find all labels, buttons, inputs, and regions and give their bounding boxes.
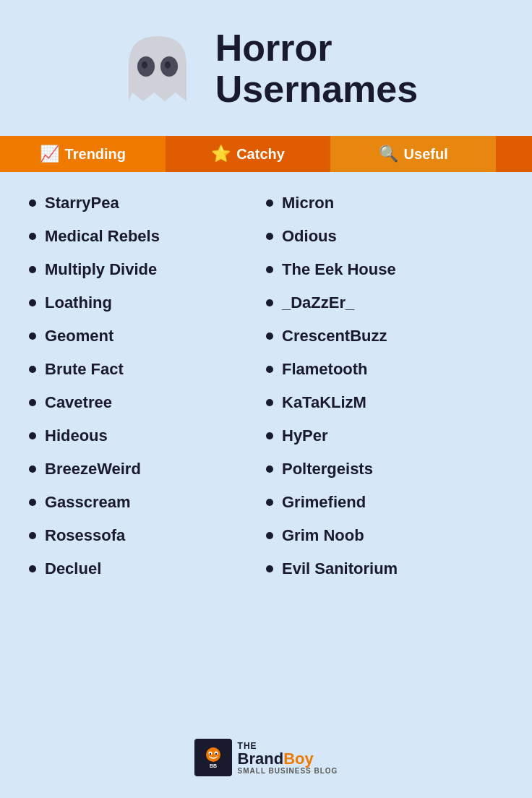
username-left-7: Hideous <box>45 426 108 445</box>
tabs-bar: 📈 Trending ⭐ Catchy 🔍 Useful <box>0 136 532 172</box>
bullet <box>266 432 273 439</box>
username-left-5: Brute Fact <box>45 360 124 379</box>
bullet <box>29 466 36 473</box>
bullet <box>29 565 36 572</box>
username-left-3: Loathing <box>45 293 112 312</box>
catchy-icon: ⭐ <box>211 145 231 163</box>
svg-point-7 <box>209 753 210 755</box>
bullet <box>266 266 273 273</box>
tab-useful[interactable]: 🔍 Useful <box>330 136 496 172</box>
bullet <box>266 499 273 506</box>
username-right-3: _DaZzEr_ <box>282 293 354 312</box>
content-area: StarryPeaMedical RebelsMultiply DivideLo… <box>0 172 532 600</box>
list-item: Rosessofa <box>29 519 266 552</box>
username-left-6: Cavetree <box>45 393 112 412</box>
bullet <box>29 499 36 506</box>
list-item: BreezeWeird <box>29 452 266 486</box>
username-right-4: CrescentBuzz <box>282 327 387 346</box>
brandboy-logo: BB the BrandBoy Small Business Blog <box>194 739 338 776</box>
list-item: Odious <box>266 220 503 253</box>
username-right-2: The Eek House <box>282 260 396 279</box>
username-right-9: Grimefiend <box>282 493 366 512</box>
bullet <box>29 432 36 439</box>
header: Horror Usernames <box>0 0 532 123</box>
title-line2: Usernames <box>215 69 418 110</box>
username-right-5: Flametooth <box>282 360 368 379</box>
tab-catchy[interactable]: ⭐ Catchy <box>166 136 331 172</box>
username-left-1: Medical Rebels <box>45 227 160 246</box>
bullet <box>29 233 36 240</box>
bullet <box>266 532 273 539</box>
footer: BB the BrandBoy Small Business Blog <box>194 724 338 798</box>
username-left-11: Decluel <box>45 559 101 578</box>
tab-catchy-label: Catchy <box>236 146 285 163</box>
list-item: Medical Rebels <box>29 220 266 253</box>
list-item: _DaZzEr_ <box>266 286 503 319</box>
ghost-icon <box>114 22 201 116</box>
list-item: StarryPea <box>29 186 266 220</box>
list-item: Micron <box>266 186 503 220</box>
bullet <box>266 200 273 207</box>
tab-trending-label: Trending <box>65 146 126 163</box>
username-right-10: Grim Noob <box>282 526 364 545</box>
logo-text: the BrandBoy Small Business Blog <box>238 741 338 775</box>
list-item: Flametooth <box>266 353 503 386</box>
list-item: Brute Fact <box>29 353 266 386</box>
username-right-7: HyPer <box>282 426 328 445</box>
useful-icon: 🔍 <box>379 145 398 163</box>
username-left-4: Geoment <box>45 327 113 346</box>
trending-icon: 📈 <box>40 145 59 163</box>
bullet <box>29 366 36 373</box>
list-item: Decluel <box>29 552 266 585</box>
bullet <box>29 299 36 306</box>
username-right-11: Evil Sanitorium <box>282 559 398 578</box>
username-left-0: StarryPea <box>45 194 119 213</box>
bullet <box>29 200 36 207</box>
bullet <box>29 266 36 273</box>
bullet <box>29 332 36 340</box>
list-item: Geoment <box>29 319 266 353</box>
logo-sub: Small Business Blog <box>238 767 338 775</box>
right-column: MicronOdiousThe Eek House_DaZzEr_Crescen… <box>266 186 503 585</box>
list-item: HyPer <box>266 419 503 452</box>
list-item: Grimefiend <box>266 486 503 519</box>
username-right-6: KaTaKLizM <box>282 393 366 412</box>
list-item: Poltergeists <box>266 452 503 486</box>
username-right-0: Micron <box>282 194 334 213</box>
tab-useful-label: Useful <box>404 146 448 163</box>
list-item: Hideous <box>29 419 266 452</box>
title-line1: Horror <box>215 27 418 69</box>
logo-brand: BrandBoy <box>238 751 314 767</box>
username-right-8: Poltergeists <box>282 460 373 479</box>
bullet <box>266 233 273 240</box>
username-left-10: Rosessofa <box>45 526 125 545</box>
svg-point-3 <box>165 61 171 69</box>
svg-text:BB: BB <box>210 763 217 768</box>
username-right-1: Odious <box>282 227 337 246</box>
logo-icon: BB <box>194 739 232 776</box>
list-item: Multiply Divide <box>29 253 266 286</box>
bullet <box>266 466 273 473</box>
list-item: Evil Sanitorium <box>266 552 503 585</box>
username-left-2: Multiply Divide <box>45 260 157 279</box>
username-left-8: BreezeWeird <box>45 460 141 479</box>
left-column: StarryPeaMedical RebelsMultiply DivideLo… <box>29 186 266 585</box>
svg-point-2 <box>142 61 147 69</box>
list-item: The Eek House <box>266 253 503 286</box>
bullet <box>266 299 273 306</box>
list-item: KaTaKLizM <box>266 386 503 419</box>
bullet <box>29 532 36 539</box>
bullet <box>266 399 273 406</box>
bullet <box>266 332 273 340</box>
title-block: Horror Usernames <box>215 27 418 110</box>
bullet <box>266 565 273 572</box>
list-item: CrescentBuzz <box>266 319 503 353</box>
svg-point-4 <box>206 747 220 762</box>
bullet <box>266 366 273 373</box>
list-item: Grim Noob <box>266 519 503 552</box>
list-item: Loathing <box>29 286 266 319</box>
username-left-9: Gasscream <box>45 493 131 512</box>
tab-end-block <box>496 136 532 172</box>
tab-trending[interactable]: 📈 Trending <box>0 136 166 172</box>
svg-point-8 <box>215 753 216 755</box>
